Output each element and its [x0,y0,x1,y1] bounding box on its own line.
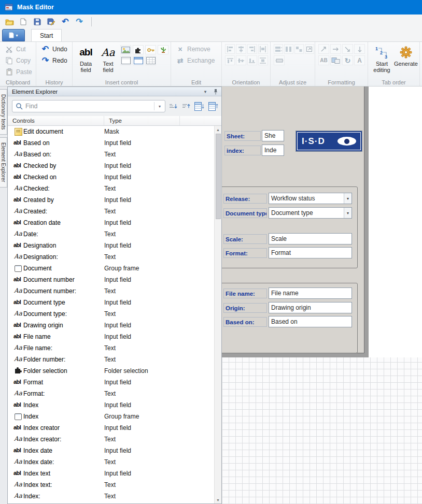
fill-color-button[interactable] [330,55,341,65]
field-control[interactable]: Based on ▾ [269,316,352,327]
field-label[interactable]: index: [224,146,261,155]
explorer-row[interactable]: Format Input field [8,377,214,388]
side-tab-element-explorer[interactable]: Element Explorer [0,137,7,188]
same-width-button[interactable] [274,44,283,54]
explorer-row[interactable]: Creation date Input field [8,217,214,228]
scroll-down-icon[interactable]: ▼ [216,496,220,503]
save-as-button[interactable] [46,17,57,27]
field-control[interactable]: Scale ▾ [269,233,352,244]
explorer-row[interactable]: File name: Text [8,342,214,354]
scrollbar[interactable]: ▲ ▼ [214,126,221,503]
field-control[interactable]: Drawing origin ▾ [269,302,352,313]
insert-plugin-button[interactable] [133,45,144,54]
align-middle-button[interactable] [236,55,246,65]
start-editing-button[interactable]: 123 Start editing [371,44,392,73]
explorer-row[interactable]: Created by Input field [8,194,214,206]
distribute-button[interactable] [258,55,268,65]
explorer-row[interactable]: Drawing origin Input field [8,320,214,331]
align-center-button[interactable] [236,44,246,54]
redo-button[interactable]: ↷ [74,17,85,27]
generate-button[interactable]: Generate [395,44,417,67]
insert-frame-button[interactable] [120,56,131,65]
resize-button[interactable] [305,44,314,54]
explorer-row[interactable]: Index text: Text [8,479,214,491]
align-right-button[interactable] [247,44,257,54]
copy-button[interactable]: Copy [3,55,34,66]
insert-grid-frame-button[interactable] [145,56,156,65]
explorer-row[interactable]: Document number: Text [8,285,214,297]
side-tab-dictionary-texts[interactable]: Dictionary texts [0,89,7,135]
rotate-up-right-button[interactable] [318,44,329,54]
align-top-button[interactable] [225,55,235,65]
align-left-button[interactable] [225,44,235,54]
data-field-button[interactable]: abl Data field [76,44,96,73]
save-button[interactable] [32,17,43,27]
explorer-row[interactable]: Index Group frame [8,411,214,422]
explorer-row[interactable]: Index text Input field [8,468,214,479]
explorer-row[interactable]: Index: Text [8,491,214,502]
explorer-row[interactable]: Document Group frame [8,263,214,274]
rotate-down-right-button[interactable] [342,44,353,54]
fit-width-button[interactable] [274,55,285,65]
explorer-row[interactable]: Index creator: Text [8,434,214,445]
column-header-controls[interactable]: Controls [8,116,104,125]
explorer-row[interactable]: Index date: Text [8,456,214,468]
cut-button[interactable]: Cut [3,44,34,54]
dropdown-arrow-icon[interactable]: ▾ [344,193,351,204]
align-both-edges-button[interactable] [258,44,268,54]
new-document-button[interactable] [18,17,29,27]
explorer-row[interactable]: Folder selection Folder selection [8,365,214,377]
scroll-up-icon[interactable]: ▲ [216,126,220,133]
explorer-row[interactable]: Based on Input field [8,137,214,149]
list-view-button[interactable] [207,100,219,112]
sort-descending-button[interactable] [180,100,191,112]
font-size-button[interactable]: A [354,55,365,65]
same-size-button[interactable] [294,44,304,54]
paste-button[interactable]: Paste [3,67,34,77]
chevron-down-icon[interactable]: ▾ [202,88,209,95]
same-height-button[interactable] [284,44,293,54]
field-control[interactable]: Inde ▾ [262,145,284,156]
field-control[interactable]: Format ▾ [269,247,352,258]
field-label[interactable]: Origin: [223,303,267,313]
file-menu-button[interactable]: ▾ [2,29,25,41]
insert-key-field-button[interactable] [145,45,156,54]
search-input[interactable] [25,103,152,110]
insert-titled-frame-button[interactable] [133,56,144,65]
explorer-row[interactable]: Document type: Text [8,308,214,320]
field-label[interactable]: Release: [223,194,267,204]
field-control[interactable]: She ▾ [262,130,284,141]
undo-button[interactable]: ↶ [60,17,71,27]
redo-ribbon-button[interactable]: ↷ Redo [39,55,70,66]
reset-format-button[interactable]: ↻ [342,55,353,65]
explorer-row[interactable]: Index date Input field [8,445,214,456]
explorer-row[interactable]: Folder number: Text [8,354,214,365]
explorer-row[interactable]: Designation Input field [8,240,214,251]
insert-plant-button[interactable] [158,45,168,54]
explorer-row[interactable]: Format: Text [8,388,214,399]
insert-image-button[interactable] [120,45,131,54]
field-control[interactable]: File name ▾ [269,287,352,299]
exchange-button[interactable]: ⇄ Exchange [174,55,219,66]
explorer-row[interactable]: Index Input field [8,399,214,411]
undo-ribbon-button[interactable]: ↶ Undo [39,44,70,54]
explorer-row[interactable]: Created: Text [8,206,214,217]
explorer-row[interactable]: File name Input field [8,331,214,342]
scrollbar-thumb[interactable] [216,134,221,219]
explorer-row[interactable]: Based on: Text [8,149,214,160]
field-label[interactable]: Document type: [223,208,267,218]
tab-start[interactable]: Start [31,29,62,41]
dropdown-arrow-icon[interactable]: ▾ [344,208,351,218]
explorer-row[interactable]: Document type Input field [8,297,214,308]
explorer-row[interactable]: Edit document Mask [8,126,214,137]
explorer-row[interactable]: Checked on Input field [8,171,214,183]
rotate-horizontal-button[interactable] [330,44,341,54]
field-label[interactable]: Format: [223,248,267,258]
explorer-row[interactable]: Date: Text [8,228,214,240]
rotate-vertical-button[interactable] [354,44,365,54]
open-folder-button[interactable] [4,17,15,27]
field-label[interactable]: File name: [223,289,267,298]
pin-icon[interactable] [212,88,219,95]
remove-button[interactable]: × Remove [174,44,219,54]
explorer-row[interactable]: Index creator Input field [8,422,214,434]
